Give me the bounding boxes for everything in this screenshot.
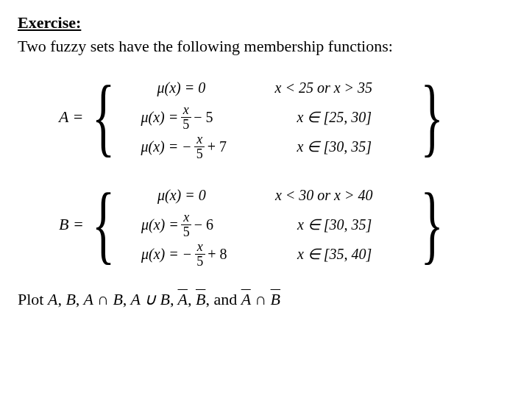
mu-text: μ(x) = [141, 109, 179, 126]
fraction: x 5 [194, 240, 205, 269]
and-text: , and [205, 290, 241, 308]
mu-expression: μ(x) = − x 5 + 8 [141, 240, 275, 269]
numerator: x [181, 103, 191, 118]
numerator: x [195, 240, 205, 255]
left-brace-icon: { [92, 83, 115, 151]
mu-text: μ(x) = − [141, 138, 192, 155]
condition: x ∈ [30, 35] [275, 216, 372, 233]
intro-text: Two fuzzy sets have the following member… [18, 37, 514, 56]
fraction: x 5 [181, 210, 192, 239]
case-row: μ(x) = − x 5 + 8 x ∈ [35, 40] [141, 241, 373, 266]
fraction: x 5 [180, 103, 191, 132]
comma: , [188, 290, 196, 308]
set-definition-b: B = { μ(x) = 0 x < 30 or x > 40 μ(x) = x… [59, 183, 514, 266]
right-brace-icon: } [421, 83, 444, 151]
case-row: μ(x) = x 5 − 6 x ∈ [30, 35] [141, 212, 373, 237]
condition: x < 25 or x > 35 [275, 79, 373, 96]
mu-post: + 7 [208, 138, 227, 155]
case-row: μ(x) = x 5 − 5 x ∈ [25, 30] [141, 105, 373, 130]
a-bar: A [178, 290, 188, 308]
mu-text: μ(x) = 0 [157, 79, 206, 96]
right-brace-icon: } [421, 191, 444, 258]
mu-expression: μ(x) = x 5 − 5 [141, 103, 275, 132]
condition: x ∈ [30, 35] [275, 138, 372, 155]
outro-pre: Plot [18, 290, 48, 308]
set-b-cases: μ(x) = 0 x < 30 or x > 40 μ(x) = x 5 − 6… [141, 183, 373, 266]
denominator: 5 [194, 147, 205, 161]
case-row: μ(x) = 0 x < 25 or x > 35 [141, 75, 373, 100]
set-a-cases: μ(x) = 0 x < 25 or x > 35 μ(x) = x 5 − 5… [141, 75, 373, 159]
b-bar-2: B [271, 290, 280, 308]
mu-text: μ(x) = [141, 216, 179, 233]
denominator: 5 [194, 255, 205, 269]
numerator: x [194, 132, 205, 147]
mu-text: μ(x) = 0 [157, 187, 206, 204]
mu-post: + 8 [208, 246, 227, 263]
condition: x < 30 or x > 40 [275, 187, 373, 204]
fraction: x 5 [194, 132, 205, 161]
condition: x ∈ [25, 30] [275, 108, 372, 126]
plot-instruction: Plot A, B, A ∩ B, A ∪ B, A, B, and A ∩ B [18, 290, 514, 309]
mu-expression: μ(x) = − x 5 + 7 [141, 132, 275, 161]
outro-math: A, B, A ∩ B, A ∪ B, [48, 290, 178, 308]
numerator: x [181, 210, 191, 225]
b-bar: B [196, 290, 205, 308]
set-a-label: A = [59, 107, 88, 127]
mu-expression: μ(x) = x 5 − 6 [141, 210, 275, 239]
exercise-heading: Exercise: [18, 13, 514, 32]
a-bar-2: A [241, 290, 251, 308]
mu-text: μ(x) = − [141, 246, 192, 263]
denominator: 5 [180, 118, 191, 132]
mu-post: − 6 [194, 216, 213, 233]
case-row: μ(x) = − x 5 + 7 x ∈ [30, 35] [141, 134, 373, 159]
mu-expression: μ(x) = 0 [141, 187, 275, 204]
intersect: ∩ [251, 290, 271, 308]
denominator: 5 [181, 225, 192, 239]
set-b-label: B = [59, 215, 88, 234]
condition: x ∈ [35, 40] [275, 245, 372, 263]
case-row: μ(x) = 0 x < 30 or x > 40 [141, 183, 373, 208]
mu-expression: μ(x) = 0 [141, 79, 275, 96]
mu-post: − 5 [194, 109, 213, 126]
left-brace-icon: { [92, 191, 115, 258]
set-definition-a: A = { μ(x) = 0 x < 25 or x > 35 μ(x) = x… [59, 75, 514, 159]
